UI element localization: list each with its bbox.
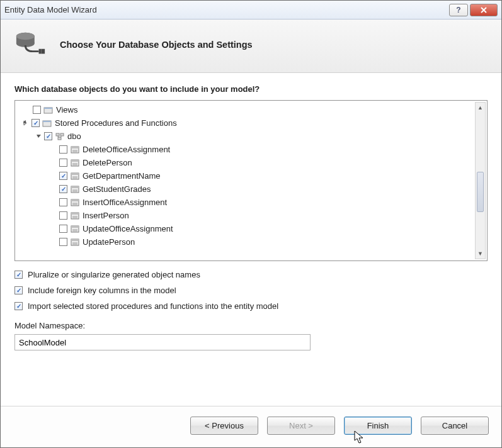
options-group: ✓ Pluralize or singularize generated obj…	[14, 270, 488, 311]
content-area: Which database objects do you want to in…	[1, 73, 501, 406]
tree-item[interactable]: UpdatePerson	[19, 235, 486, 249]
next-button: Next >	[267, 417, 335, 435]
tree-node-stored-procedures[interactable]: ✓ Stored Procedures and Functions	[19, 116, 486, 130]
tree-container: Views ✓ Stored Procedures and Functions …	[14, 100, 488, 261]
expander-expanded-icon[interactable]	[35, 133, 42, 140]
tree-label: Stored Procedures and Functions	[55, 118, 177, 128]
tree-label: UpdateOfficeAssignment	[83, 224, 173, 233]
checkbox[interactable]: ✓	[59, 172, 67, 180]
window-title: Entity Data Model Wizard	[4, 5, 449, 14]
svg-rect-21	[71, 160, 79, 162]
tree-label: InsertOfficeAssignment	[83, 198, 167, 207]
procedure-icon	[70, 211, 80, 220]
procedure-icon	[70, 145, 80, 154]
tree-item[interactable]: InsertPerson	[19, 209, 486, 222]
svg-rect-8	[44, 108, 52, 109]
svg-rect-17	[71, 147, 79, 148]
svg-rect-25	[71, 173, 79, 175]
checkbox[interactable]: ✓	[14, 302, 23, 310]
tree-label: GetDepartmentName	[83, 171, 161, 181]
svg-rect-4	[39, 49, 42, 54]
svg-rect-37	[71, 213, 79, 215]
svg-point-3	[16, 33, 35, 40]
tree-node-views[interactable]: Views	[19, 103, 486, 116]
procedure-icon	[70, 198, 80, 207]
previous-button[interactable]: < Previous	[190, 417, 258, 435]
schema-icon	[55, 132, 65, 141]
titlebar-buttons: ?	[449, 4, 498, 16]
option-foreign-keys[interactable]: ✓ Include foreign key columns in the mod…	[14, 286, 488, 295]
procedure-icon	[70, 159, 80, 167]
procedure-icon	[70, 238, 80, 247]
tree-node-dbo[interactable]: ✓ dbo	[19, 130, 486, 143]
folder-icon	[43, 106, 54, 115]
tree-item[interactable]: DeleteOfficeAssignment	[19, 143, 486, 156]
svg-rect-12	[60, 133, 64, 136]
tree-item[interactable]: ✓ GetDepartmentName	[19, 169, 486, 182]
procedure-icon	[70, 185, 80, 194]
tree-item[interactable]: UpdateOfficeAssignment	[19, 222, 486, 235]
model-namespace-label: Model Namespace:	[14, 321, 488, 330]
tree-label: DeleteOfficeAssignment	[83, 145, 170, 154]
expander-icon[interactable]	[24, 107, 30, 113]
expander-collapsed-icon[interactable]	[23, 120, 29, 126]
option-import-sprocs[interactable]: ✓ Import selected stored procedures and …	[14, 301, 488, 311]
tree-item[interactable]: ✓ GetStudentGrades	[19, 182, 486, 196]
vertical-scrollbar[interactable]: ▲ ▼	[475, 102, 486, 259]
prompt-label: Which database objects do you want to in…	[14, 84, 488, 94]
tree-label: InsertPerson	[83, 211, 129, 220]
wizard-window: Entity Data Model Wizard ? Choose Your D…	[0, 0, 502, 448]
checkbox[interactable]	[59, 211, 67, 220]
svg-rect-13	[58, 137, 61, 140]
checkbox[interactable]	[59, 159, 67, 167]
checkbox[interactable]	[59, 198, 67, 206]
svg-rect-5	[43, 50, 44, 51]
checkbox[interactable]	[33, 106, 41, 114]
svg-rect-11	[56, 133, 59, 136]
tree-label: UpdatePerson	[83, 237, 135, 247]
wizard-header: Choose Your Database Objects and Setting…	[1, 20, 501, 73]
scroll-up-icon[interactable]: ▲	[476, 103, 485, 113]
checkbox[interactable]: ✓	[59, 185, 67, 193]
close-button[interactable]	[470, 4, 498, 16]
option-label: Import selected stored procedures and fu…	[28, 301, 278, 311]
close-icon	[480, 7, 488, 13]
mouse-cursor	[354, 430, 365, 444]
svg-rect-6	[43, 52, 44, 53]
checkbox[interactable]	[59, 238, 67, 246]
svg-rect-41	[71, 226, 79, 228]
option-label: Include foreign key columns in the model	[28, 286, 176, 295]
svg-rect-45	[71, 239, 79, 241]
tree-label: dbo	[67, 132, 81, 141]
scroll-thumb[interactable]	[477, 172, 484, 212]
tree-item[interactable]: InsertOfficeAssignment	[19, 196, 486, 209]
scroll-down-icon[interactable]: ▼	[476, 249, 485, 259]
folder-icon	[42, 119, 52, 128]
tree-label: Views	[56, 105, 77, 115]
titlebar: Entity Data Model Wizard ?	[1, 1, 501, 20]
checkbox[interactable]	[59, 145, 67, 154]
svg-rect-29	[71, 186, 79, 188]
wizard-step-title: Choose Your Database Objects and Setting…	[60, 40, 253, 50]
cancel-button[interactable]: Cancel	[421, 417, 489, 435]
option-pluralize[interactable]: ✓ Pluralize or singularize generated obj…	[14, 270, 488, 279]
tree-label: GetStudentGrades	[83, 184, 151, 194]
option-label: Pluralize or singularize generated objec…	[28, 270, 200, 279]
checkbox[interactable]	[59, 225, 67, 233]
wizard-icon	[14, 31, 47, 59]
checkbox[interactable]: ✓	[14, 271, 23, 279]
checkbox[interactable]: ✓	[44, 132, 52, 140]
svg-rect-33	[71, 199, 79, 201]
tree-label: DeletePerson	[83, 158, 132, 167]
procedure-icon	[70, 172, 80, 181]
checkbox[interactable]: ✓	[31, 119, 40, 127]
checkbox[interactable]: ✓	[14, 286, 23, 294]
button-bar: < Previous Next > Finish Cancel	[1, 406, 501, 447]
tree-item[interactable]: DeletePerson	[19, 156, 486, 169]
svg-rect-10	[43, 121, 51, 122]
model-namespace-input[interactable]	[14, 334, 311, 350]
procedure-icon	[70, 225, 80, 233]
help-button[interactable]: ?	[449, 4, 468, 16]
tree[interactable]: Views ✓ Stored Procedures and Functions …	[15, 101, 487, 260]
